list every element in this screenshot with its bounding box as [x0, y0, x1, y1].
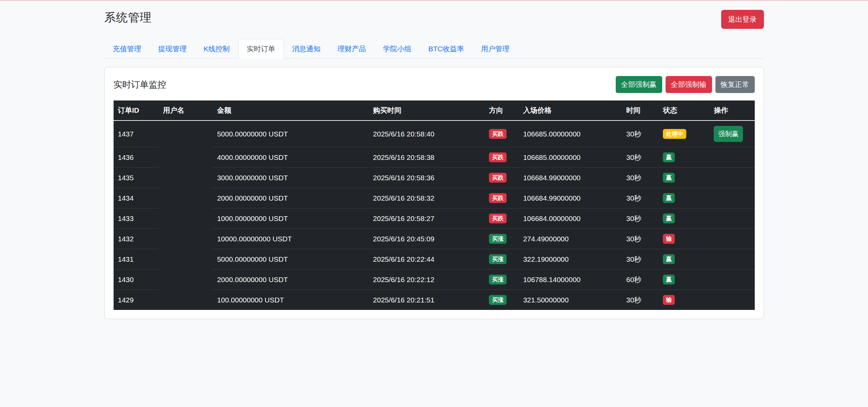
order-row: 1429100.00000000 USDT2025/6/16 20:21:51买…	[114, 290, 755, 310]
tab-2[interactable]: 提现管理	[150, 39, 195, 59]
order-id-cell: 1434	[114, 188, 159, 208]
order-row: 14302000.00000000 USDT2025/6/16 20:22:12…	[114, 269, 755, 290]
status-cell: 赢	[658, 208, 709, 228]
column-header-3: 金额	[213, 100, 369, 121]
direction-badge: 买跌	[489, 214, 507, 223]
column-header-9: 操作	[709, 100, 754, 121]
entry-price-cell: 106685.00000000	[519, 121, 622, 147]
tab-8[interactable]: BTC收益率	[420, 39, 473, 59]
tab-7[interactable]: 学院小组	[375, 39, 420, 59]
duration-cell: 30秒	[622, 147, 658, 167]
duration-cell: 30秒	[622, 167, 658, 188]
column-header-5: 方向	[485, 100, 519, 121]
amount-cell: 1000.00000000 USDT	[213, 208, 369, 228]
status-cell: 赢	[658, 188, 709, 208]
orders-table-head: 订单ID用户名金额购买时间方向入场价格时间状态操作	[114, 100, 755, 121]
direction-cell: 买跌	[485, 188, 519, 208]
entry-price-cell: 106685.00000000	[519, 147, 622, 167]
page-title: 系统管理	[104, 10, 152, 25]
direction-cell: 买跌	[485, 121, 519, 147]
panel-actions: 全部强制赢 全部强制输 恢复正常	[616, 76, 755, 93]
username-cell	[159, 228, 213, 249]
action-cell	[709, 188, 754, 208]
nav-tabs: 充值管理提现管理K线控制实时订单消息通知理财产品学院小组BTC收益率用户管理	[104, 39, 764, 59]
buy-time-cell: 2025/6/16 20:22:12	[369, 269, 485, 290]
buy-time-cell: 2025/6/16 20:58:40	[369, 121, 485, 147]
direction-cell: 买涨	[485, 290, 519, 310]
order-row: 14353000.00000000 USDT2025/6/16 20:58:36…	[114, 167, 755, 188]
entry-price-cell: 321.50000000	[519, 290, 622, 310]
tab-6[interactable]: 理财产品	[329, 39, 375, 59]
entry-price-cell: 106684.99000000	[519, 188, 622, 208]
order-id-cell: 1432	[114, 228, 159, 249]
tab-4[interactable]: 实时订单	[238, 39, 284, 59]
order-id-cell: 1430	[114, 269, 159, 290]
column-header-4: 购买时间	[369, 100, 485, 121]
force-win-all-button[interactable]: 全部强制赢	[616, 76, 662, 93]
tab-5[interactable]: 消息通知	[284, 39, 329, 59]
force-lose-all-button[interactable]: 全部强制输	[666, 76, 712, 93]
column-header-7: 时间	[622, 100, 658, 121]
direction-badge: 买涨	[489, 275, 507, 284]
direction-cell: 买涨	[485, 249, 519, 269]
amount-cell: 2000.00000000 USDT	[213, 188, 369, 208]
action-cell	[709, 208, 754, 228]
status-cell: 赢	[658, 249, 709, 269]
order-row: 143210000.00000000 USDT2025/6/16 20:45:0…	[114, 228, 755, 249]
status-badge: 赢	[663, 275, 675, 284]
buy-time-cell: 2025/6/16 20:58:27	[369, 208, 485, 228]
duration-cell: 30秒	[622, 249, 658, 269]
username-cell	[159, 147, 213, 167]
logout-button[interactable]: 退出登录	[721, 10, 764, 29]
action-cell: 强制赢	[709, 121, 754, 147]
tab-1[interactable]: 充值管理	[104, 39, 150, 59]
panel-title: 实时订单监控	[114, 79, 166, 91]
column-header-2: 用户名	[159, 100, 213, 121]
tab-9[interactable]: 用户管理	[473, 39, 518, 59]
direction-badge: 买涨	[489, 295, 507, 305]
duration-cell: 30秒	[622, 188, 658, 208]
status-badge: 处理中	[663, 129, 686, 139]
entry-price-cell: 106684.00000000	[519, 208, 622, 228]
status-cell: 赢	[658, 147, 709, 167]
order-row: 14364000.00000000 USDT2025/6/16 20:58:38…	[114, 147, 755, 167]
buy-time-cell: 2025/6/16 20:21:51	[369, 290, 485, 310]
table-header-row: 订单ID用户名金额购买时间方向入场价格时间状态操作	[114, 100, 755, 121]
order-row: 14315000.00000000 USDT2025/6/16 20:22:44…	[114, 249, 755, 269]
order-id-cell: 1429	[114, 290, 159, 310]
direction-cell: 买跌	[485, 167, 519, 188]
footer-space	[104, 319, 764, 380]
restore-normal-button[interactable]: 恢复正常	[715, 76, 755, 93]
action-cell	[709, 249, 754, 269]
column-header-8: 状态	[658, 100, 709, 121]
status-cell: 赢	[658, 167, 709, 188]
force-win-button[interactable]: 强制赢	[714, 126, 743, 142]
status-cell: 赢	[658, 269, 709, 290]
status-badge: 输	[663, 295, 675, 305]
status-cell: 输	[658, 290, 709, 310]
status-badge: 赢	[663, 152, 675, 162]
action-cell	[709, 290, 754, 310]
order-row: 14331000.00000000 USDT2025/6/16 20:58:27…	[114, 208, 755, 228]
order-row: 14375000.00000000 USDT2025/6/16 20:58:40…	[114, 121, 755, 147]
amount-cell: 100.00000000 USDT	[213, 290, 369, 310]
card-header-row: 实时订单监控 全部强制赢 全部强制输 恢复正常	[114, 76, 755, 93]
buy-time-cell: 2025/6/16 20:58:36	[369, 167, 485, 188]
direction-badge: 买涨	[489, 254, 507, 264]
tab-3[interactable]: K线控制	[195, 39, 238, 59]
entry-price-cell: 274.49000000	[519, 228, 622, 249]
username-cell	[159, 290, 213, 310]
page-header: 系统管理 退出登录	[104, 10, 764, 29]
username-cell	[159, 167, 213, 188]
status-badge: 输	[663, 234, 675, 244]
buy-time-cell: 2025/6/16 20:45:09	[369, 228, 485, 249]
status-cell: 输	[658, 228, 709, 249]
entry-price-cell: 106684.99000000	[519, 167, 622, 188]
status-cell: 处理中	[658, 121, 709, 147]
duration-cell: 30秒	[622, 290, 658, 310]
main-container: 系统管理 退出登录 充值管理提现管理K线控制实时订单消息通知理财产品学院小组BT…	[104, 10, 764, 380]
direction-cell: 买涨	[485, 228, 519, 249]
column-header-6: 入场价格	[519, 100, 622, 121]
top-accent-bar	[0, 0, 868, 1]
direction-badge: 买跌	[489, 193, 507, 203]
